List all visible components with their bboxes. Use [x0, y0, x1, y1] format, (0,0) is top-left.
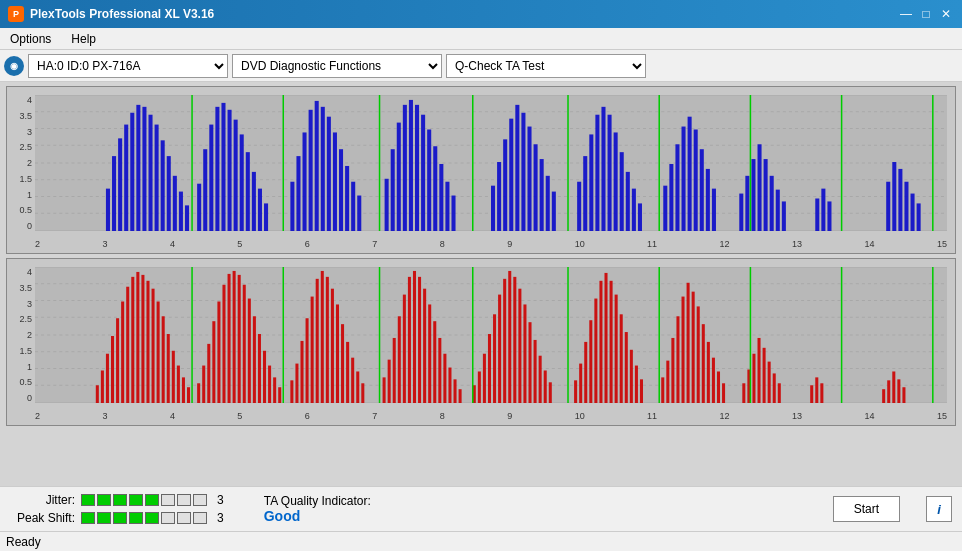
- svg-rect-159: [273, 377, 276, 403]
- svg-rect-205: [539, 356, 542, 403]
- svg-rect-163: [300, 341, 303, 403]
- svg-rect-46: [357, 196, 361, 231]
- svg-rect-184: [423, 289, 426, 403]
- svg-rect-172: [346, 342, 349, 403]
- svg-rect-137: [157, 301, 160, 403]
- svg-rect-41: [327, 117, 331, 231]
- svg-rect-239: [763, 348, 766, 403]
- svg-rect-247: [887, 380, 890, 403]
- svg-rect-73: [595, 115, 599, 231]
- ta-quality-label: TA Quality Indicator:: [264, 494, 371, 508]
- svg-rect-26: [215, 107, 219, 231]
- svg-rect-203: [528, 322, 531, 403]
- svg-rect-35: [290, 182, 294, 231]
- svg-rect-83: [675, 144, 679, 231]
- svg-rect-13: [130, 113, 134, 231]
- svg-rect-185: [428, 304, 431, 403]
- svg-rect-225: [676, 316, 679, 403]
- svg-rect-96: [776, 190, 780, 231]
- menu-options[interactable]: Options: [4, 30, 57, 48]
- info-button[interactable]: i: [926, 496, 952, 522]
- svg-rect-178: [393, 338, 396, 403]
- svg-rect-79: [632, 189, 636, 231]
- svg-rect-154: [248, 299, 251, 403]
- title-bar-left: P PlexTools Professional XL V3.16: [8, 6, 214, 22]
- test-select[interactable]: Q-Check TA Test: [446, 54, 646, 78]
- svg-rect-14: [136, 105, 140, 231]
- svg-rect-223: [666, 361, 669, 403]
- svg-rect-169: [331, 289, 334, 403]
- svg-rect-191: [459, 389, 462, 403]
- svg-rect-22: [185, 205, 189, 231]
- svg-rect-187: [438, 338, 441, 403]
- svg-rect-99: [821, 189, 825, 231]
- svg-rect-209: [579, 364, 582, 403]
- svg-rect-140: [172, 351, 175, 403]
- bottom-chart-inner: [35, 267, 947, 403]
- svg-rect-10: [112, 156, 116, 231]
- app-title: PlexTools Professional XL V3.16: [30, 7, 214, 21]
- svg-rect-127: [106, 354, 109, 403]
- svg-rect-58: [451, 196, 455, 231]
- top-chart: 4 3.5 3 2.5 2 1.5 1 0.5 0: [6, 86, 956, 254]
- svg-rect-193: [478, 371, 481, 403]
- close-button[interactable]: ✕: [938, 7, 954, 21]
- svg-rect-105: [911, 194, 915, 231]
- svg-rect-16: [148, 115, 152, 231]
- ta-quality-section: TA Quality Indicator: Good: [264, 494, 371, 524]
- start-button[interactable]: Start: [833, 496, 900, 522]
- peak-shift-label: Peak Shift:: [10, 511, 75, 525]
- peak-seg-2: [97, 512, 111, 524]
- svg-rect-40: [321, 107, 325, 231]
- function-select[interactable]: DVD Diagnostic Functions: [232, 54, 442, 78]
- svg-rect-30: [240, 134, 244, 231]
- minimize-button[interactable]: —: [898, 7, 914, 21]
- svg-rect-42: [333, 132, 337, 231]
- svg-rect-201: [518, 289, 521, 403]
- jitter-row: Jitter: 3: [10, 493, 224, 507]
- svg-rect-17: [155, 125, 159, 231]
- svg-rect-208: [574, 380, 577, 403]
- svg-rect-139: [167, 334, 170, 403]
- svg-rect-89: [712, 189, 716, 231]
- jitter-seg-4: [129, 494, 143, 506]
- svg-rect-69: [552, 192, 556, 231]
- svg-rect-188: [443, 354, 446, 403]
- svg-rect-49: [397, 123, 401, 231]
- svg-rect-98: [815, 198, 819, 231]
- svg-rect-75: [608, 115, 612, 231]
- svg-rect-143: [187, 387, 190, 403]
- bottom-chart-svg: [35, 267, 947, 403]
- svg-rect-67: [540, 159, 544, 231]
- svg-rect-230: [702, 324, 705, 403]
- svg-rect-77: [620, 152, 624, 231]
- peak-seg-3: [113, 512, 127, 524]
- svg-rect-164: [306, 318, 309, 403]
- menu-help[interactable]: Help: [65, 30, 102, 48]
- peak-seg-8: [193, 512, 207, 524]
- svg-rect-51: [409, 100, 413, 231]
- svg-rect-249: [897, 379, 900, 403]
- title-bar-controls: — □ ✕: [898, 7, 954, 21]
- svg-rect-55: [433, 146, 437, 231]
- svg-rect-126: [101, 370, 104, 403]
- svg-rect-213: [599, 281, 602, 403]
- svg-rect-33: [258, 189, 262, 231]
- maximize-button[interactable]: □: [918, 7, 934, 21]
- svg-rect-103: [898, 169, 902, 231]
- svg-rect-207: [549, 382, 552, 403]
- svg-rect-235: [742, 383, 745, 403]
- metrics-column: Jitter: 3 Peak Shift:: [10, 493, 224, 525]
- top-chart-y-axis: 4 3.5 3 2.5 2 1.5 1 0.5 0: [7, 95, 35, 231]
- drive-select[interactable]: HA:0 ID:0 PX-716A: [28, 54, 228, 78]
- svg-rect-38: [309, 110, 313, 231]
- svg-rect-155: [253, 316, 256, 403]
- svg-rect-62: [509, 119, 513, 231]
- svg-rect-194: [483, 354, 486, 403]
- svg-rect-189: [448, 368, 451, 403]
- svg-rect-206: [544, 370, 547, 403]
- svg-rect-156: [258, 334, 261, 403]
- svg-rect-11: [118, 138, 122, 231]
- svg-rect-173: [351, 358, 354, 403]
- svg-rect-241: [773, 373, 776, 403]
